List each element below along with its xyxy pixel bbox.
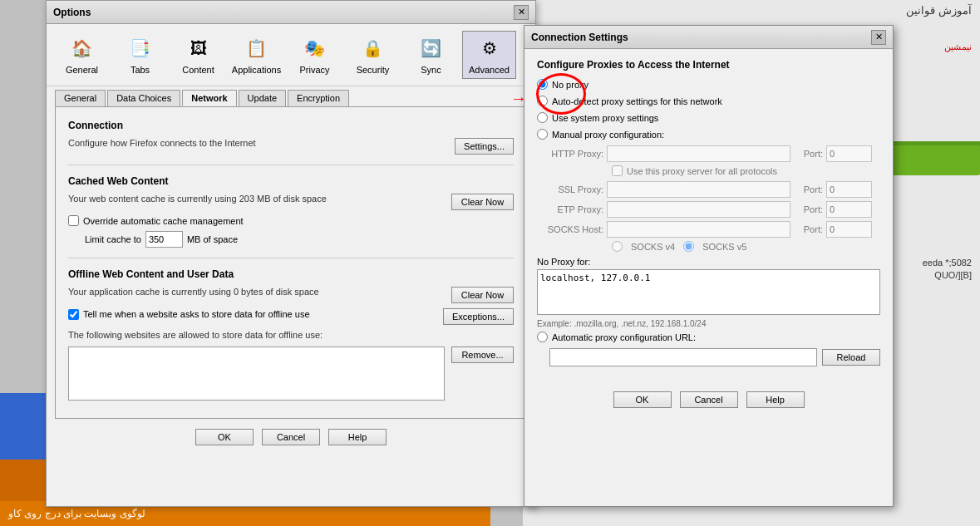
- toolbar-content[interactable]: 🖼 Content: [171, 31, 225, 79]
- limit-cache-row: Limit cache to MB of space: [68, 231, 514, 248]
- tab-update[interactable]: Update: [239, 90, 286, 106]
- ftp-port-label: Port:: [794, 204, 823, 214]
- radio-manual-row: Manual proxy configuration:: [537, 129, 880, 140]
- toolbar-security[interactable]: 🔒 Security: [346, 31, 400, 79]
- ssl-port-input[interactable]: [826, 181, 872, 198]
- conn-close-button[interactable]: ✕: [871, 30, 886, 45]
- tell-me-checkbox[interactable]: [68, 309, 79, 320]
- options-help-button[interactable]: Help: [328, 429, 387, 445]
- use-proxy-all-checkbox[interactable]: [612, 165, 623, 176]
- radio-auto-detect-label: Auto-detect proxy settings for this netw…: [552, 96, 722, 106]
- http-proxy-input[interactable]: [607, 145, 790, 162]
- radio-socks-v5[interactable]: [683, 241, 694, 252]
- ftp-proxy-input[interactable]: [607, 201, 790, 218]
- remove-button[interactable]: Remove...: [451, 347, 514, 363]
- auto-config-row: Automatic proxy configuration URL:: [537, 332, 880, 342]
- cached-row: Your web content cache is currently usin…: [68, 194, 514, 210]
- cached-title: Cached Web Content: [68, 175, 514, 187]
- tab-content: Connection Configure how Firefox connect…: [55, 106, 527, 419]
- options-ok-button[interactable]: OK: [195, 429, 254, 445]
- socks-v4-label: SOCKS v4: [631, 242, 675, 252]
- radio-socks-v4[interactable]: [612, 241, 623, 252]
- applications-icon: 📋: [244, 35, 270, 61]
- no-proxy-textarea[interactable]: [537, 269, 880, 315]
- toolbar-content-label: Content: [182, 65, 214, 75]
- options-cancel-button[interactable]: Cancel: [262, 429, 320, 445]
- ssl-proxy-label: SSL Proxy:: [537, 184, 603, 194]
- socks-label: SOCKS Host:: [537, 224, 603, 234]
- conn-help-button[interactable]: Help: [746, 391, 805, 408]
- radio-auto-config[interactable]: [537, 332, 548, 342]
- ftp-port-input[interactable]: [826, 201, 872, 218]
- limit-cache-unit: MB of space: [187, 234, 238, 244]
- socks-input[interactable]: [607, 221, 790, 238]
- limit-cache-input[interactable]: [145, 231, 183, 248]
- ssl-proxy-input[interactable]: [607, 181, 790, 198]
- options-toolbar: 🏠 General 📑 Tabs 🖼 Content 📋 Application…: [47, 24, 535, 86]
- conn-ok-button[interactable]: OK: [613, 391, 672, 408]
- override-cache-checkbox[interactable]: [68, 215, 79, 226]
- toolbar-security-label: Security: [357, 65, 390, 75]
- radio-auto-detect-row: Auto-detect proxy settings for this netw…: [537, 96, 880, 106]
- options-window: Options ✕ 🏠 General 📑 Tabs 🖼 Content 📋 A…: [46, 0, 536, 507]
- toolbar-tabs[interactable]: 📑 Tabs: [113, 31, 167, 79]
- options-close-button[interactable]: ✕: [514, 5, 529, 20]
- radio-auto-detect[interactable]: [537, 96, 548, 106]
- persian-text-sub: نیمشین: [944, 42, 972, 52]
- ssl-proxy-row: SSL Proxy: Port:: [537, 181, 880, 198]
- radio-manual[interactable]: [537, 129, 548, 140]
- socks-row: SOCKS Host: Port:: [537, 221, 880, 238]
- toolbar-advanced[interactable]: ⚙ Advanced: [462, 31, 516, 79]
- offline-row: Your application cache is currently usin…: [68, 287, 514, 303]
- toolbar-sync[interactable]: 🔄 Sync: [404, 31, 458, 79]
- tab-encryption[interactable]: Encryption: [288, 90, 349, 106]
- auto-config-input[interactable]: [549, 348, 817, 366]
- auto-config-label: Automatic proxy configuration URL:: [552, 332, 696, 342]
- override-cache-label: Override automatic cache management: [83, 216, 244, 226]
- toolbar-general[interactable]: 🏠 General: [55, 31, 109, 79]
- socks-port-input[interactable]: [826, 221, 872, 238]
- privacy-icon: 🎭: [302, 35, 328, 61]
- offline-textarea-row: Remove...: [68, 347, 514, 406]
- options-tabs: General Data Choices Network Update Encr…: [47, 86, 535, 106]
- divider-1: [68, 165, 514, 165]
- toolbar-general-label: General: [66, 65, 98, 75]
- use-proxy-all-row: Use this proxy server for all protocols: [612, 165, 880, 176]
- radio-manual-label: Manual proxy configuration:: [552, 130, 664, 140]
- use-proxy-all-label: Use this proxy server for all protocols: [627, 166, 777, 176]
- http-port-input[interactable]: [826, 145, 872, 162]
- toolbar-privacy-label: Privacy: [299, 65, 329, 75]
- reload-button[interactable]: Reload: [822, 349, 880, 366]
- tab-general[interactable]: General: [55, 90, 106, 106]
- toolbar-privacy[interactable]: 🎭 Privacy: [288, 31, 342, 79]
- cached-clear-button[interactable]: Clear Now: [451, 194, 514, 210]
- orange-label: لوگوی وبسایت برای درج روی کاو: [8, 508, 145, 519]
- tell-me-label: Tell me when a website asks to store dat…: [83, 309, 310, 319]
- content-icon: 🖼: [185, 35, 212, 61]
- conn-cancel-button[interactable]: Cancel: [680, 391, 738, 408]
- offline-desc: Your application cache is currently usin…: [68, 287, 319, 297]
- connection-title: Connection: [68, 120, 514, 131]
- radio-no-proxy[interactable]: [537, 79, 548, 90]
- exceptions-button[interactable]: Exceptions...: [443, 308, 514, 325]
- offline-title: Offline Web Content and User Data: [68, 268, 514, 280]
- radio-system-proxy[interactable]: [537, 112, 548, 123]
- no-proxy-for-section: No Proxy for: Example: .mozilla.org, .ne…: [537, 257, 880, 328]
- conn-titlebar: Connection Settings ✕: [524, 26, 893, 49]
- radio-system-proxy-label: Use system proxy settings: [552, 113, 658, 123]
- http-port-wrapper: [826, 145, 880, 162]
- offline-sites-textarea[interactable]: [68, 347, 445, 401]
- conn-body: Configure Proxies to Access the Internet…: [524, 49, 893, 383]
- tab-network[interactable]: Network: [182, 90, 236, 106]
- toolbar-applications[interactable]: 📋 Applications: [229, 31, 283, 79]
- settings-button[interactable]: Settings...: [455, 138, 514, 155]
- socks-v5-label: SOCKS v5: [702, 242, 746, 252]
- offline-clear-button[interactable]: Clear Now: [451, 287, 514, 303]
- radio-system-proxy-row: Use system proxy settings: [537, 112, 880, 123]
- tell-me-row: Tell me when a website asks to store dat…: [68, 308, 514, 325]
- tab-data-choices[interactable]: Data Choices: [107, 90, 180, 106]
- connection-settings-dialog: Connection Settings ✕ Configure Proxies …: [524, 25, 894, 507]
- options-titlebar: Options ✕: [47, 1, 535, 24]
- socks-port-label: Port:: [794, 224, 823, 234]
- conn-bottom-buttons: OK Cancel Help: [524, 383, 893, 416]
